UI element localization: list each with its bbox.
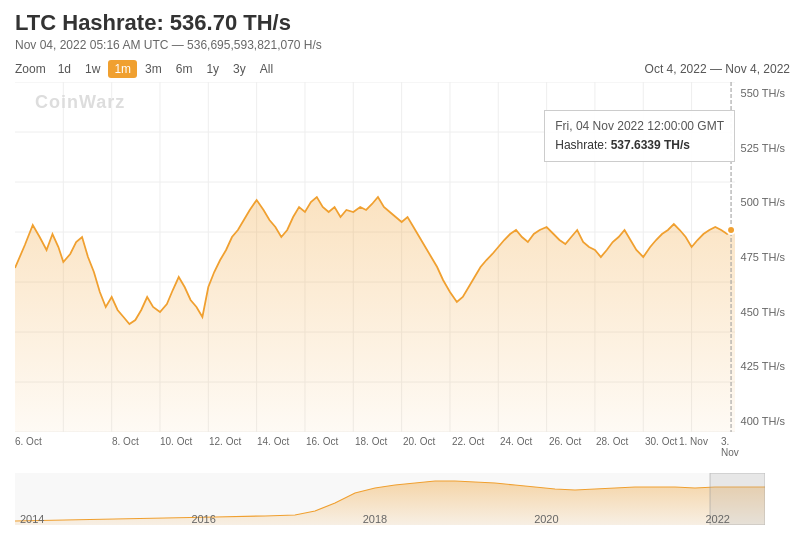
watermark: CoinWarz [35, 92, 125, 113]
controls-row: Zoom 1d 1w 1m 3m 6m 1y 3y All Oct 4, 202… [15, 60, 790, 78]
y-label-425: 425 TH/s [735, 360, 785, 372]
tooltip-value-row: Hashrate: 537.6339 TH/s [555, 136, 724, 155]
x-label-26oct: 26. Oct [549, 436, 581, 447]
date-range: Oct 4, 2022 — Nov 4, 2022 [645, 62, 790, 76]
year-labels: 2014 2016 2018 2020 2022 [15, 513, 735, 525]
x-label-1nov: 1. Nov [679, 436, 708, 447]
chart-area: CoinWarz [15, 82, 790, 472]
x-label-12oct: 12. Oct [209, 436, 241, 447]
y-label-500: 500 TH/s [735, 196, 785, 208]
x-label-10oct: 10. Oct [160, 436, 192, 447]
zoom-controls: Zoom 1d 1w 1m 3m 6m 1y 3y All [15, 60, 279, 78]
x-label-24oct: 24. Oct [500, 436, 532, 447]
svg-point-23 [727, 226, 735, 234]
y-label-400: 400 TH/s [735, 415, 785, 427]
x-label-28oct: 28. Oct [596, 436, 628, 447]
x-label-16oct: 16. Oct [306, 436, 338, 447]
y-label-525: 525 TH/s [735, 142, 785, 154]
tooltip-date: Fri, 04 Nov 2022 12:00:00 GMT [555, 117, 724, 136]
zoom-label: Zoom [15, 62, 46, 76]
chart-title: LTC Hashrate: 536.70 TH/s [15, 10, 790, 36]
zoom-3y[interactable]: 3y [227, 60, 252, 78]
zoom-all[interactable]: All [254, 60, 279, 78]
year-2020: 2020 [534, 513, 558, 525]
x-axis: 6. Oct 8. Oct 10. Oct 12. Oct 14. Oct 16… [15, 432, 735, 472]
mini-chart-container: 2014 2016 2018 2020 2022 [15, 473, 790, 525]
x-label-6oct: 6. Oct [15, 436, 42, 447]
x-label-20oct: 20. Oct [403, 436, 435, 447]
y-label-475: 475 TH/s [735, 251, 785, 263]
y-axis: 550 TH/s 525 TH/s 500 TH/s 475 TH/s 450 … [735, 82, 790, 432]
zoom-1d[interactable]: 1d [52, 60, 77, 78]
zoom-3m[interactable]: 3m [139, 60, 168, 78]
y-label-450: 450 TH/s [735, 306, 785, 318]
y-label-550: 550 TH/s [735, 87, 785, 99]
x-label-18oct: 18. Oct [355, 436, 387, 447]
zoom-1m[interactable]: 1m [108, 60, 137, 78]
year-2014: 2014 [20, 513, 44, 525]
year-2016: 2016 [191, 513, 215, 525]
x-label-8oct: 8. Oct [112, 436, 139, 447]
tooltip-value: 537.6339 TH/s [611, 138, 690, 152]
x-label-30oct: 30. Oct [645, 436, 677, 447]
main-container: LTC Hashrate: 536.70 TH/s Nov 04, 2022 0… [0, 0, 805, 548]
zoom-6m[interactable]: 6m [170, 60, 199, 78]
x-label-22oct: 22. Oct [452, 436, 484, 447]
year-2022: 2022 [706, 513, 730, 525]
tooltip: Fri, 04 Nov 2022 12:00:00 GMT Hashrate: … [544, 110, 735, 162]
tooltip-label: Hashrate: [555, 138, 607, 152]
chart-subtitle: Nov 04, 2022 05:16 AM UTC — 536,695,593,… [15, 38, 790, 52]
x-label-14oct: 14. Oct [257, 436, 289, 447]
zoom-1w[interactable]: 1w [79, 60, 106, 78]
x-label-3nov: 3. Nov [721, 436, 739, 458]
zoom-1y[interactable]: 1y [200, 60, 225, 78]
year-2018: 2018 [363, 513, 387, 525]
